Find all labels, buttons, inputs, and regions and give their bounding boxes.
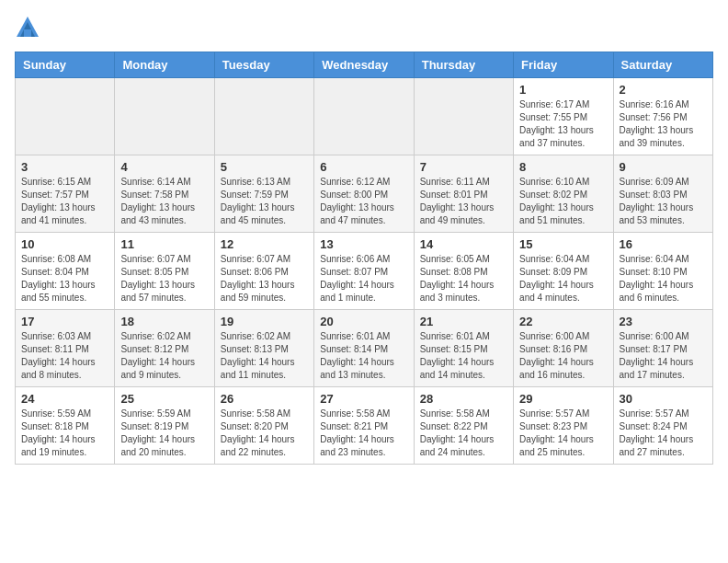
day-info: Sunrise: 6:17 AM Sunset: 7:55 PM Dayligh… bbox=[519, 98, 607, 150]
day-cell: 5Sunrise: 6:13 AM Sunset: 7:59 PM Daylig… bbox=[214, 155, 313, 233]
day-info: Sunrise: 6:04 AM Sunset: 8:10 PM Dayligh… bbox=[620, 253, 707, 304]
week-row-5: 24Sunrise: 5:59 AM Sunset: 8:18 PM Dayli… bbox=[16, 387, 713, 465]
day-cell: 2Sunrise: 6:16 AM Sunset: 7:56 PM Daylig… bbox=[613, 78, 712, 155]
day-info: Sunrise: 6:13 AM Sunset: 7:59 PM Dayligh… bbox=[221, 176, 308, 227]
day-info: Sunrise: 6:11 AM Sunset: 8:01 PM Dayligh… bbox=[420, 176, 507, 227]
weekday-header-tuesday: Tuesday bbox=[214, 52, 313, 78]
day-cell: 8Sunrise: 6:10 AM Sunset: 8:02 PM Daylig… bbox=[514, 155, 613, 233]
day-info: Sunrise: 5:58 AM Sunset: 8:22 PM Dayligh… bbox=[420, 408, 507, 459]
day-info: Sunrise: 6:01 AM Sunset: 8:15 PM Dayligh… bbox=[420, 330, 507, 382]
day-cell: 9Sunrise: 6:09 AM Sunset: 8:03 PM Daylig… bbox=[613, 155, 712, 233]
day-number: 11 bbox=[120, 237, 208, 251]
day-number: 4 bbox=[120, 160, 208, 174]
day-info: Sunrise: 6:08 AM Sunset: 8:04 PM Dayligh… bbox=[21, 253, 108, 304]
day-cell bbox=[16, 78, 115, 155]
day-info: Sunrise: 6:00 AM Sunset: 8:17 PM Dayligh… bbox=[620, 330, 707, 382]
day-number: 10 bbox=[21, 237, 108, 251]
day-number: 18 bbox=[120, 315, 208, 328]
svg-rect-2 bbox=[24, 29, 31, 37]
day-cell: 14Sunrise: 6:05 AM Sunset: 8:08 PM Dayli… bbox=[414, 233, 513, 310]
day-cell: 10Sunrise: 6:08 AM Sunset: 8:04 PM Dayli… bbox=[16, 233, 115, 310]
logo bbox=[15, 15, 42, 40]
day-number: 7 bbox=[420, 160, 507, 174]
day-info: Sunrise: 5:58 AM Sunset: 8:20 PM Dayligh… bbox=[221, 408, 308, 459]
day-number: 19 bbox=[221, 315, 308, 328]
day-info: Sunrise: 6:14 AM Sunset: 7:58 PM Dayligh… bbox=[120, 176, 208, 227]
day-number: 8 bbox=[519, 160, 607, 174]
day-number: 27 bbox=[320, 392, 407, 406]
day-cell: 24Sunrise: 5:59 AM Sunset: 8:18 PM Dayli… bbox=[16, 387, 115, 465]
page-header bbox=[15, 15, 713, 40]
day-number: 16 bbox=[620, 237, 707, 251]
day-cell: 18Sunrise: 6:02 AM Sunset: 8:12 PM Dayli… bbox=[115, 310, 214, 387]
weekday-header-monday: Monday bbox=[115, 52, 214, 78]
weekday-header-row: SundayMondayTuesdayWednesdayThursdayFrid… bbox=[16, 52, 713, 78]
day-info: Sunrise: 6:07 AM Sunset: 8:06 PM Dayligh… bbox=[221, 253, 308, 304]
weekday-header-sunday: Sunday bbox=[16, 52, 115, 78]
calendar: SundayMondayTuesdayWednesdayThursdayFrid… bbox=[15, 52, 713, 465]
day-cell bbox=[115, 78, 214, 155]
day-cell: 3Sunrise: 6:15 AM Sunset: 7:57 PM Daylig… bbox=[16, 155, 115, 233]
day-cell: 25Sunrise: 5:59 AM Sunset: 8:19 PM Dayli… bbox=[115, 387, 214, 465]
day-number: 13 bbox=[320, 237, 407, 251]
day-cell: 12Sunrise: 6:07 AM Sunset: 8:06 PM Dayli… bbox=[214, 233, 313, 310]
day-info: Sunrise: 6:07 AM Sunset: 8:05 PM Dayligh… bbox=[120, 253, 208, 304]
day-cell: 29Sunrise: 5:57 AM Sunset: 8:23 PM Dayli… bbox=[514, 387, 613, 465]
day-info: Sunrise: 6:06 AM Sunset: 8:07 PM Dayligh… bbox=[320, 253, 407, 304]
day-number: 23 bbox=[620, 315, 707, 328]
day-number: 9 bbox=[620, 160, 707, 174]
day-cell: 4Sunrise: 6:14 AM Sunset: 7:58 PM Daylig… bbox=[115, 155, 214, 233]
day-number: 17 bbox=[21, 315, 108, 328]
day-cell: 19Sunrise: 6:02 AM Sunset: 8:13 PM Dayli… bbox=[214, 310, 313, 387]
day-info: Sunrise: 6:10 AM Sunset: 8:02 PM Dayligh… bbox=[519, 176, 607, 227]
day-cell: 20Sunrise: 6:01 AM Sunset: 8:14 PM Dayli… bbox=[314, 310, 414, 387]
day-number: 30 bbox=[620, 392, 707, 406]
day-number: 28 bbox=[420, 392, 507, 406]
day-info: Sunrise: 5:59 AM Sunset: 8:18 PM Dayligh… bbox=[21, 408, 108, 459]
day-cell: 7Sunrise: 6:11 AM Sunset: 8:01 PM Daylig… bbox=[414, 155, 513, 233]
day-cell: 16Sunrise: 6:04 AM Sunset: 8:10 PM Dayli… bbox=[613, 233, 712, 310]
day-cell: 1Sunrise: 6:17 AM Sunset: 7:55 PM Daylig… bbox=[514, 78, 613, 155]
day-number: 3 bbox=[21, 160, 108, 174]
day-number: 20 bbox=[320, 315, 407, 328]
week-row-3: 10Sunrise: 6:08 AM Sunset: 8:04 PM Dayli… bbox=[16, 233, 713, 310]
day-number: 26 bbox=[221, 392, 308, 406]
day-number: 24 bbox=[21, 392, 108, 406]
weekday-header-wednesday: Wednesday bbox=[314, 52, 414, 78]
day-number: 22 bbox=[519, 315, 607, 328]
day-info: Sunrise: 6:16 AM Sunset: 7:56 PM Dayligh… bbox=[620, 98, 707, 150]
week-row-2: 3Sunrise: 6:15 AM Sunset: 7:57 PM Daylig… bbox=[16, 155, 713, 233]
day-number: 14 bbox=[420, 237, 507, 251]
day-number: 6 bbox=[320, 160, 407, 174]
week-row-4: 17Sunrise: 6:03 AM Sunset: 8:11 PM Dayli… bbox=[16, 310, 713, 387]
day-info: Sunrise: 6:02 AM Sunset: 8:12 PM Dayligh… bbox=[120, 330, 208, 382]
day-info: Sunrise: 6:04 AM Sunset: 8:09 PM Dayligh… bbox=[519, 253, 607, 304]
day-number: 2 bbox=[620, 83, 707, 97]
day-number: 29 bbox=[519, 392, 607, 406]
day-info: Sunrise: 6:05 AM Sunset: 8:08 PM Dayligh… bbox=[420, 253, 507, 304]
weekday-header-saturday: Saturday bbox=[613, 52, 712, 78]
day-cell bbox=[214, 78, 313, 155]
day-number: 1 bbox=[519, 83, 607, 97]
day-info: Sunrise: 6:02 AM Sunset: 8:13 PM Dayligh… bbox=[221, 330, 308, 382]
weekday-header-friday: Friday bbox=[514, 52, 613, 78]
day-info: Sunrise: 6:15 AM Sunset: 7:57 PM Dayligh… bbox=[21, 176, 108, 227]
day-info: Sunrise: 5:59 AM Sunset: 8:19 PM Dayligh… bbox=[120, 408, 208, 459]
day-cell: 15Sunrise: 6:04 AM Sunset: 8:09 PM Dayli… bbox=[514, 233, 613, 310]
day-cell: 28Sunrise: 5:58 AM Sunset: 8:22 PM Dayli… bbox=[414, 387, 513, 465]
weekday-header-thursday: Thursday bbox=[414, 52, 513, 78]
day-info: Sunrise: 5:58 AM Sunset: 8:21 PM Dayligh… bbox=[320, 408, 407, 459]
day-number: 21 bbox=[420, 315, 507, 328]
day-number: 5 bbox=[221, 160, 308, 174]
day-cell: 17Sunrise: 6:03 AM Sunset: 8:11 PM Dayli… bbox=[16, 310, 115, 387]
day-number: 15 bbox=[519, 237, 607, 251]
day-info: Sunrise: 6:01 AM Sunset: 8:14 PM Dayligh… bbox=[320, 330, 407, 382]
day-info: Sunrise: 5:57 AM Sunset: 8:23 PM Dayligh… bbox=[519, 408, 607, 459]
day-info: Sunrise: 6:00 AM Sunset: 8:16 PM Dayligh… bbox=[519, 330, 607, 382]
day-info: Sunrise: 6:12 AM Sunset: 8:00 PM Dayligh… bbox=[320, 176, 407, 227]
day-number: 25 bbox=[120, 392, 208, 406]
day-cell: 26Sunrise: 5:58 AM Sunset: 8:20 PM Dayli… bbox=[214, 387, 313, 465]
day-cell: 11Sunrise: 6:07 AM Sunset: 8:05 PM Dayli… bbox=[115, 233, 214, 310]
day-cell bbox=[414, 78, 513, 155]
week-row-1: 1Sunrise: 6:17 AM Sunset: 7:55 PM Daylig… bbox=[16, 78, 713, 155]
